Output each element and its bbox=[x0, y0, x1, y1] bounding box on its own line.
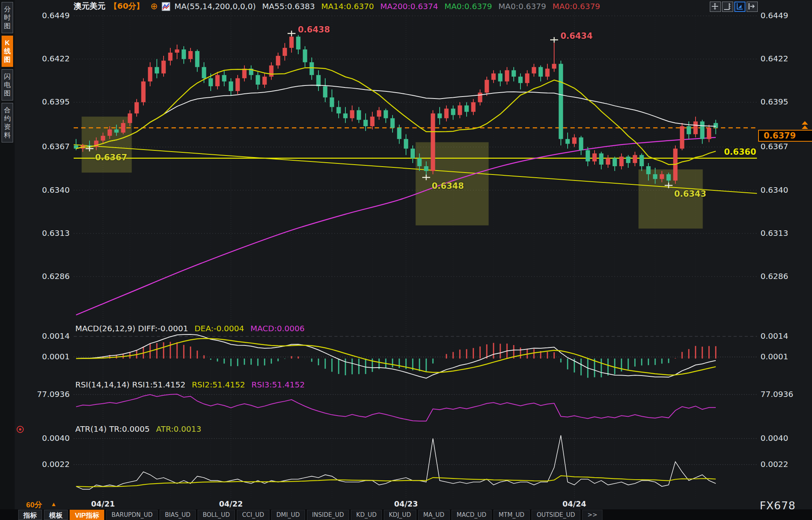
current-price-label: 0.6379 bbox=[758, 130, 812, 142]
timeframe-expand-icon[interactable]: ▲ bbox=[51, 501, 57, 507]
price-extreme-label: 0.6343 bbox=[674, 189, 706, 199]
price-extreme-label: 0.6438 bbox=[298, 25, 330, 34]
indicator-tabbar: 指标模板VIP指标BARUPDN_UDBIAS_UDBOLL_UDCCI_UDD… bbox=[18, 510, 604, 520]
macd-value: DEA:-0.0004 bbox=[194, 324, 244, 333]
price-axis-label: 0.6286 bbox=[35, 271, 70, 281]
macd-axis-label: 0.0014 bbox=[761, 331, 788, 341]
tab-outside-ud[interactable]: OUTSIDE_UD bbox=[532, 510, 580, 520]
tab-barupdn-ud[interactable]: BARUPDN_UD bbox=[106, 510, 158, 520]
price-axis-label: 0.6395 bbox=[35, 97, 70, 106]
macd-axis-label: 0.0001 bbox=[35, 352, 70, 361]
price-axis-label: 0.6422 bbox=[35, 54, 70, 63]
atr-value: ATR:0.0013 bbox=[156, 424, 201, 434]
rsi-header: RSI(14,14,14) RSI1:51.4152RSI2:51.4152RS… bbox=[75, 380, 311, 389]
atr-axis-label: 0.0022 bbox=[35, 459, 70, 469]
price-up-arrow-icon bbox=[802, 125, 808, 129]
price-axis-label: 0.6313 bbox=[761, 228, 788, 238]
tab-cci-ud[interactable]: CCI_UD bbox=[237, 510, 269, 520]
date-axis-label: 04/24 bbox=[562, 499, 586, 508]
rsi-value: RSI(14,14,14) RSI1:51.4152 bbox=[75, 380, 185, 389]
price-axis-label: 0.6367 bbox=[35, 142, 70, 151]
alert-record-icon[interactable] bbox=[17, 426, 24, 433]
tab-模板[interactable]: 模板 bbox=[44, 510, 68, 520]
rsi-axis-label: 77.0936 bbox=[35, 389, 70, 399]
rsi-axis-label: 77.0936 bbox=[761, 389, 793, 399]
tab-kd-ud[interactable]: KD_UD bbox=[351, 510, 381, 520]
price-up-arrow-icon bbox=[802, 121, 808, 125]
timeframe-label[interactable]: 60分 bbox=[26, 500, 42, 510]
atr-axis-label: 0.0040 bbox=[761, 433, 788, 443]
tab-指标[interactable]: 指标 bbox=[18, 510, 42, 520]
price-extreme-label: 0.6348 bbox=[432, 181, 464, 191]
price-axis-label: 0.6395 bbox=[761, 97, 788, 106]
price-extreme-label: 0.6434 bbox=[560, 31, 593, 41]
tab-vip指标[interactable]: VIP指标 bbox=[70, 510, 104, 520]
atr-axis-label: 0.0040 bbox=[35, 433, 70, 443]
macd-value: MACD:0.0006 bbox=[250, 324, 305, 333]
tab-bias-ud[interactable]: BIAS_UD bbox=[160, 510, 196, 520]
date-axis-label: 04/23 bbox=[394, 499, 418, 508]
macd-header: MACD(26,12,9) DIFF:-0.0001DEA:-0.0004MAC… bbox=[75, 324, 311, 333]
tab-boll-ud[interactable]: BOLL_UD bbox=[198, 510, 235, 520]
macd-axis-label: 0.0001 bbox=[761, 352, 788, 361]
price-axis-label: 0.6449 bbox=[761, 11, 788, 20]
tab-dmi-ud[interactable]: DMI_UD bbox=[271, 510, 305, 520]
atr-header: ATR(14) TR:0.0005ATR:0.0013 bbox=[75, 424, 208, 434]
price-chart-canvas[interactable] bbox=[0, 0, 812, 520]
tab-kdj-ud[interactable]: KDJ_UD bbox=[384, 510, 416, 520]
tab-inside-ud[interactable]: INSIDE_UD bbox=[307, 510, 349, 520]
horizontal-line-label: 0.6360 bbox=[724, 147, 756, 157]
chart-application: 分时图K线图闪电图合约资料 澳元美元【60分】⊕MA(55,14,200,0,0… bbox=[0, 0, 812, 520]
price-axis-label: 0.6367 bbox=[761, 142, 788, 151]
price-axis-label: 0.6340 bbox=[761, 185, 788, 195]
price-axis-label: 0.6340 bbox=[35, 185, 70, 195]
macd-value: MACD(26,12,9) DIFF:-0.0001 bbox=[75, 324, 188, 333]
atr-axis-label: 0.0022 bbox=[761, 459, 788, 469]
price-extreme-label: 0.6367 bbox=[95, 153, 127, 162]
price-axis-label: 0.6422 bbox=[761, 54, 788, 63]
price-axis-label: 0.6449 bbox=[35, 11, 70, 20]
tab--[interactable]: >> bbox=[582, 510, 602, 520]
tab-ma-ud[interactable]: MA_UD bbox=[418, 510, 450, 520]
price-axis-label: 0.6286 bbox=[761, 271, 788, 281]
date-axis-label: 04/21 bbox=[91, 499, 115, 508]
date-axis-label: 04/22 bbox=[219, 499, 243, 508]
macd-axis-label: 0.0014 bbox=[35, 331, 70, 341]
tab-macd-ud[interactable]: MACD_UD bbox=[452, 510, 492, 520]
price-axis-label: 0.6313 bbox=[35, 228, 70, 238]
rsi-value: RSI3:51.4152 bbox=[252, 380, 305, 389]
rsi-value: RSI2:51.4152 bbox=[192, 380, 245, 389]
tab-mtm-ud[interactable]: MTM_UD bbox=[494, 510, 530, 520]
atr-value: ATR(14) TR:0.0005 bbox=[75, 424, 150, 434]
